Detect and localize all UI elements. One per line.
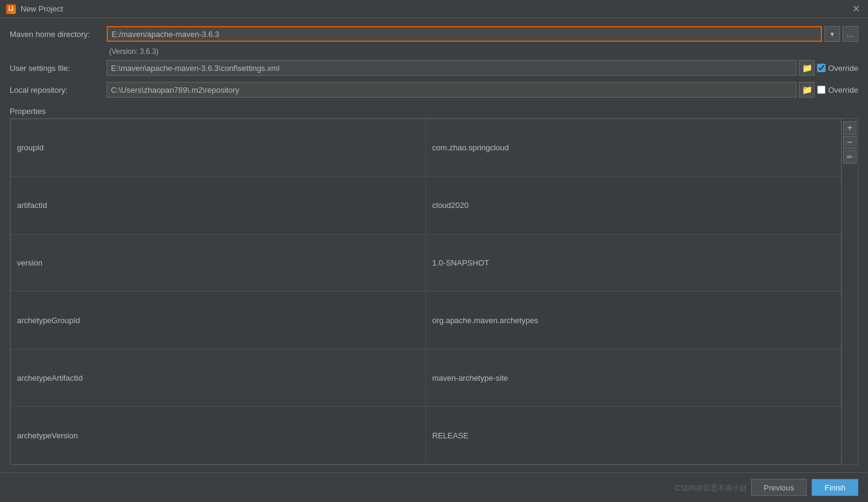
- table-row[interactable]: archetypeGroupIdorg.apache.maven.archety…: [11, 292, 841, 349]
- dropdown-arrow-icon: ▼: [829, 31, 835, 38]
- ellipsis-icon: …: [846, 29, 855, 39]
- property-key: archetypeVersion: [11, 407, 426, 464]
- user-settings-input[interactable]: [107, 60, 796, 76]
- local-repo-override-checkbox[interactable]: [817, 85, 826, 94]
- add-property-button[interactable]: +: [843, 121, 856, 135]
- user-settings-override-wrap: Override: [817, 64, 858, 73]
- maven-home-label: Maven home directory:: [10, 30, 107, 39]
- dialog-content: Maven home directory: ▼ … (Version: 3.6.…: [0, 18, 868, 472]
- property-key: groupId: [11, 119, 426, 177]
- property-key: archetypeGroupId: [11, 292, 426, 349]
- maven-version-hint: (Version: 3.6.3): [109, 47, 858, 56]
- table-row[interactable]: artifactIdcloud2020: [11, 176, 841, 234]
- property-value: com.zhao.springcloud: [426, 119, 841, 177]
- table-row[interactable]: groupIdcom.zhao.springcloud: [11, 119, 841, 177]
- table-row[interactable]: version1.0-SNAPSHOT: [11, 234, 841, 292]
- watermark: CSDN@百思不得小赵: [675, 483, 747, 494]
- title-bar-left: IJ New Project: [6, 4, 63, 14]
- user-settings-input-wrap: 📁 Override: [107, 60, 858, 76]
- local-repo-row: Local repository: 📁 Override: [10, 81, 858, 98]
- user-settings-label: User settings file:: [10, 64, 107, 73]
- properties-side-buttons: + − ✏: [841, 119, 858, 464]
- property-value: RELEASE: [426, 407, 841, 464]
- user-settings-browse-btn[interactable]: 📁: [799, 60, 815, 76]
- folder-icon-2: 📁: [802, 85, 812, 95]
- properties-table: groupIdcom.zhao.springcloudartifactIdclo…: [10, 119, 841, 464]
- app-icon: IJ: [6, 4, 16, 14]
- local-repo-override-wrap: Override: [817, 85, 858, 95]
- maven-home-browse-btn[interactable]: …: [843, 26, 858, 42]
- user-settings-override-checkbox[interactable]: [817, 64, 826, 72]
- edit-property-button[interactable]: ✏: [843, 150, 856, 164]
- local-repo-input-wrap: 📁 Override: [107, 82, 858, 98]
- previous-button[interactable]: Previous: [751, 479, 807, 496]
- title-bar: IJ New Project ✕: [0, 0, 868, 18]
- table-row[interactable]: archetypeVersionRELEASE: [11, 407, 841, 464]
- local-repo-label: Local repository:: [10, 85, 107, 95]
- property-value: 1.0-SNAPSHOT: [426, 234, 841, 292]
- maven-home-row: Maven home directory: ▼ …: [10, 25, 858, 42]
- maven-home-dropdown-btn[interactable]: ▼: [824, 26, 840, 42]
- property-value: maven-archetype-site: [426, 349, 841, 407]
- property-key: version: [11, 234, 426, 292]
- maven-home-input-wrap: ▼ …: [107, 26, 858, 42]
- dialog: IJ New Project ✕ Maven home directory: ▼…: [0, 0, 868, 502]
- user-settings-row: User settings file: 📁 Override: [10, 59, 858, 76]
- folder-icon: 📁: [802, 63, 812, 73]
- local-repo-input[interactable]: [107, 82, 796, 98]
- local-repo-browse-btn[interactable]: 📁: [799, 82, 815, 98]
- properties-table-wrap: groupIdcom.zhao.springcloudartifactIdclo…: [10, 118, 858, 465]
- local-repo-override-label: Override: [828, 85, 858, 95]
- table-row[interactable]: archetypeArtifactIdmaven-archetype-site: [11, 349, 841, 407]
- remove-property-button[interactable]: −: [843, 136, 856, 149]
- dialog-title: New Project: [21, 4, 63, 13]
- property-value: org.apache.maven.archetypes: [426, 292, 841, 349]
- maven-home-input[interactable]: [107, 26, 822, 42]
- properties-header: Properties: [10, 107, 858, 116]
- close-icon[interactable]: ✕: [850, 3, 862, 15]
- property-key: artifactId: [11, 176, 426, 234]
- property-key: archetypeArtifactId: [11, 349, 426, 407]
- finish-button[interactable]: Finish: [812, 479, 858, 496]
- property-value: cloud2020: [426, 176, 841, 234]
- user-settings-override-label: Override: [828, 64, 858, 73]
